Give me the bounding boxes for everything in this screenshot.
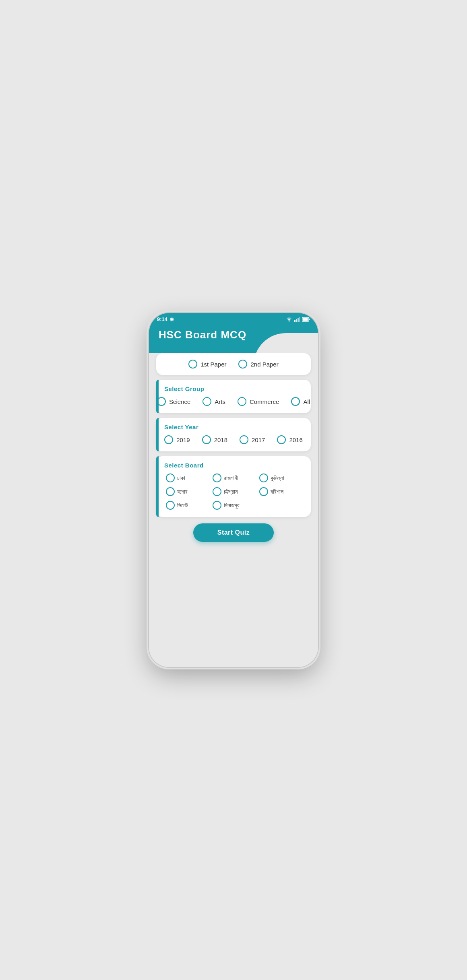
signal-icon (294, 317, 300, 322)
year-section-title: Select Year (164, 424, 303, 430)
svg-rect-4 (299, 317, 300, 322)
year-option-2016[interactable]: 2016 (277, 435, 302, 444)
radio-sylhet[interactable] (166, 501, 175, 510)
label-2018: 2018 (214, 436, 227, 443)
board-option-dinajpur[interactable]: দিনাজপুর (213, 501, 256, 510)
label-rajshahi: রাজশাহী (224, 475, 238, 482)
board-option-dhaka[interactable]: ঢাকা (166, 474, 209, 482)
label-science: Science (169, 398, 190, 405)
radio-arts[interactable] (203, 397, 211, 406)
radio-2017[interactable] (240, 435, 248, 444)
radio-2018[interactable] (202, 435, 211, 444)
group-option-science[interactable]: Science (157, 397, 190, 406)
radio-dinajpur[interactable] (213, 501, 221, 510)
year-option-2019[interactable]: 2019 (164, 435, 190, 444)
board-option-sylhet[interactable]: সিলেট (166, 501, 209, 510)
start-quiz-button[interactable]: Start Quiz (193, 523, 274, 542)
notification-icon: ◉ (170, 317, 174, 322)
wifi-icon (286, 317, 292, 322)
label-chittagong: চট্টগ্রাম (224, 488, 238, 495)
group-option-all[interactable]: All (291, 397, 310, 406)
label-2nd-paper: 2nd Paper (250, 361, 278, 368)
label-arts: Arts (215, 398, 225, 405)
board-option-chittagong[interactable]: চট্টগ্রাম (213, 487, 256, 496)
radio-science[interactable] (157, 397, 166, 406)
status-left: 9:14 ◉ (157, 316, 174, 322)
label-sylhet: সিলেট (177, 502, 188, 509)
label-comilla: কুমিল্লা (271, 475, 284, 482)
svg-point-0 (289, 321, 289, 322)
board-option-jessore[interactable]: যশোর (166, 487, 209, 496)
board-card: Select Board ঢাকা রাজশাহী কুমিল্লা যশোর (156, 456, 311, 517)
svg-rect-7 (309, 319, 310, 320)
year-radio-row: 2019 2018 2017 2016 (164, 435, 303, 444)
year-option-2018[interactable]: 2018 (202, 435, 227, 444)
svg-rect-3 (298, 318, 299, 322)
label-commerce: Commerce (250, 398, 279, 405)
main-content: 1st Paper 2nd Paper Select Group Science… (149, 353, 318, 667)
radio-2016[interactable] (277, 435, 286, 444)
radio-rajshahi[interactable] (213, 474, 221, 482)
label-all: All (303, 398, 310, 405)
radio-all[interactable] (291, 397, 300, 406)
paper-option-1st[interactable]: 1st Paper (188, 360, 226, 369)
battery-icon (302, 317, 310, 322)
radio-commerce[interactable] (238, 397, 246, 406)
label-1st-paper: 1st Paper (200, 361, 226, 368)
radio-1st-paper[interactable] (188, 360, 197, 369)
group-option-commerce[interactable]: Commerce (238, 397, 279, 406)
group-option-arts[interactable]: Arts (203, 397, 225, 406)
radio-barisal[interactable] (259, 487, 268, 496)
app-title: HSC Board MCQ (159, 329, 308, 341)
status-bar: 9:14 ◉ (149, 313, 318, 325)
label-2016: 2016 (289, 436, 302, 443)
radio-dhaka[interactable] (166, 474, 175, 482)
paper-card: 1st Paper 2nd Paper (156, 353, 311, 375)
group-radio-row: Science Arts Commerce All (164, 397, 303, 406)
group-section-title: Select Group (164, 385, 303, 392)
status-right (286, 317, 310, 322)
label-2017: 2017 (252, 436, 265, 443)
radio-2019[interactable] (164, 435, 173, 444)
label-dinajpur: দিনাজপুর (224, 502, 240, 509)
svg-rect-1 (294, 320, 295, 322)
year-option-2017[interactable]: 2017 (240, 435, 265, 444)
svg-rect-6 (303, 318, 308, 321)
label-2019: 2019 (176, 436, 190, 443)
board-section-title: Select Board (164, 462, 303, 469)
radio-2nd-paper[interactable] (238, 360, 247, 369)
paper-option-2nd[interactable]: 2nd Paper (238, 360, 278, 369)
group-card: Select Group Science Arts Commerce All (156, 380, 311, 413)
board-option-barisal[interactable]: বরিশাল (259, 487, 303, 496)
radio-jessore[interactable] (166, 487, 175, 496)
label-dhaka: ঢাকা (177, 475, 185, 482)
radio-chittagong[interactable] (213, 487, 221, 496)
year-card: Select Year 2019 2018 2017 2016 (156, 418, 311, 451)
label-barisal: বরিশাল (271, 488, 283, 495)
board-grid: ঢাকা রাজশাহী কুমিল্লা যশোর চট্টগ্রাম (164, 474, 303, 510)
svg-rect-2 (296, 319, 297, 322)
board-option-rajshahi[interactable]: রাজশাহী (213, 474, 256, 482)
paper-radio-row: 1st Paper 2nd Paper (164, 360, 303, 369)
radio-comilla[interactable] (259, 474, 268, 482)
phone-frame: 9:14 ◉ (149, 313, 318, 667)
label-jessore: যশোর (177, 488, 188, 495)
time-display: 9:14 (157, 316, 167, 322)
board-option-comilla[interactable]: কুমিল্লা (259, 474, 303, 482)
